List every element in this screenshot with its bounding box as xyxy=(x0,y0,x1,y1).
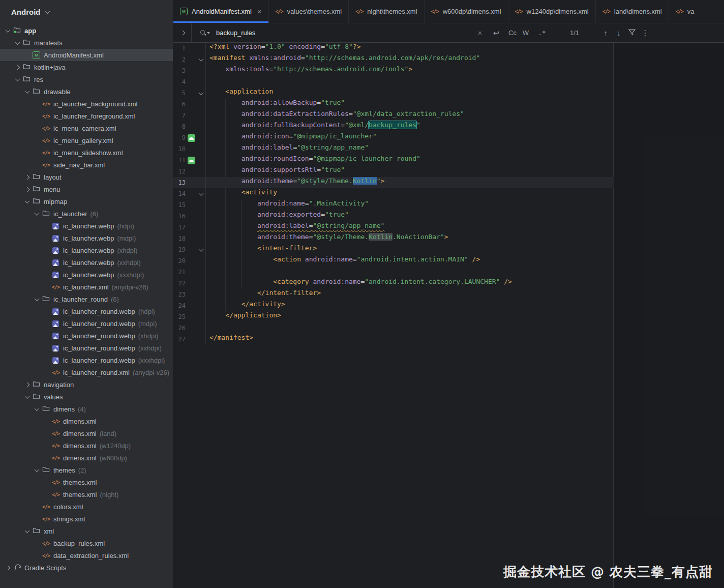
tree-item[interactable]: </>dimens.xml(w1240dp) xyxy=(0,439,173,452)
code-line-18[interactable]: 18 android:theme="@style/Theme.Kotlin.No… xyxy=(173,233,614,244)
code-line-25[interactable]: 25 </application> xyxy=(173,311,614,322)
tree-item[interactable]: </>ic_menu_slideshow.xml xyxy=(0,146,173,159)
tree-item[interactable]: ic_launcher.webp(xhdpi) xyxy=(0,244,173,256)
tree-item[interactable]: menu xyxy=(0,183,173,195)
tree-item[interactable]: </>ic_menu_camera.xml xyxy=(0,122,173,134)
tree-item[interactable]: ic_launcher.webp(mdpi) xyxy=(0,232,173,244)
tree-item[interactable]: Gradle Scripts xyxy=(0,562,173,574)
code-line-13[interactable]: 13 android:theme="@style/Theme.Kotlin"> xyxy=(173,177,614,188)
tree-item[interactable]: drawable xyxy=(0,85,173,98)
match-case-toggle[interactable]: Cc xyxy=(506,29,519,37)
code-line-14[interactable]: 14 <activity xyxy=(173,188,614,199)
code-line-10[interactable]: 10 android:label="@string/app_name" xyxy=(173,143,614,155)
project-view-selector[interactable]: Android xyxy=(0,0,173,23)
tree-item[interactable]: </>ic_launcher_round.xml(anydpi-v26) xyxy=(0,366,173,378)
filter-icon[interactable] xyxy=(625,29,639,37)
tree-item[interactable]: mipmap xyxy=(0,195,173,208)
next-match-button[interactable]: ↓ xyxy=(612,28,625,37)
newline-icon[interactable]: ↩ xyxy=(490,28,503,38)
code-editor[interactable]: 1<?xml version="1.0" encoding="utf-8"?>2… xyxy=(173,43,724,588)
code-line-2[interactable]: 2<manifest xmlns:android="http://schemas… xyxy=(173,54,614,65)
code-line-26[interactable]: 26 xyxy=(173,322,614,334)
tab-w600dp-dimens-xml[interactable]: </>w600dp\dimens.xml xyxy=(425,0,508,23)
tree-item[interactable]: ic_launcher.webp(xxxhdpi) xyxy=(0,269,173,281)
tab-land-dimens-xml[interactable]: </>land\dimens.xml xyxy=(596,0,669,23)
code-line-20[interactable]: 20 <action android:name="android.intent.… xyxy=(173,255,614,267)
tree-item[interactable]: </>backup_rules.xml xyxy=(0,537,173,549)
tree-item[interactable]: </>strings.xml xyxy=(0,513,173,525)
search-icon[interactable] xyxy=(200,30,206,36)
image-file-icon xyxy=(52,223,59,229)
close-tab-icon[interactable]: × xyxy=(257,8,262,15)
tree-item[interactable]: ic_launcher_round.webp(xhdpi) xyxy=(0,330,173,342)
tree-item[interactable]: themes(2) xyxy=(0,464,173,476)
tree-item[interactable]: app xyxy=(0,24,173,37)
code-line-7[interactable]: 7 android:dataExtractionRules="@xml/data… xyxy=(173,110,614,121)
android-icon[interactable] xyxy=(188,134,195,142)
search-expand-icon[interactable] xyxy=(180,31,186,36)
regex-toggle[interactable]: .* xyxy=(535,29,549,37)
tree-item[interactable]: res xyxy=(0,73,173,85)
tree-item[interactable]: </>ic_menu_gallery.xml xyxy=(0,134,173,146)
tree-item[interactable]: kotlin+java xyxy=(0,61,173,73)
code-line-17[interactable]: 17 android:label="@string/app_name" xyxy=(173,222,614,233)
code-line-1[interactable]: 1<?xml version="1.0" encoding="utf-8"?> xyxy=(173,43,614,54)
code-line-3[interactable]: 3 xmlns:tools="http://schemas.android.co… xyxy=(173,65,614,76)
tree-item[interactable]: </>ic_launcher_background.xml xyxy=(0,98,173,110)
tree-item[interactable]: ic_launcher(6) xyxy=(0,208,173,220)
search-input[interactable]: backup_rules xyxy=(216,29,255,37)
tab-va[interactable]: </>va xyxy=(669,0,695,23)
tab-androidmanifest-xml[interactable]: MAndroidManifest.xml× xyxy=(173,0,269,23)
tab-w1240dp-dimens-xml[interactable]: </>w1240dp\dimens.xml xyxy=(508,0,596,23)
previous-match-button[interactable]: ↑ xyxy=(599,28,612,37)
tree-item[interactable]: values xyxy=(0,391,173,403)
tree-item[interactable]: ic_launcher.webp(xxhdpi) xyxy=(0,256,173,269)
more-options-icon[interactable]: ⋮ xyxy=(639,28,652,38)
code-line-8[interactable]: 8 android:fullBackupContent="@xml/backup… xyxy=(173,121,614,132)
code-line-9[interactable]: 9 android:icon="@mipmap/ic_launcher" xyxy=(173,132,614,143)
code-line-23[interactable]: 23 </intent-filter> xyxy=(173,289,614,300)
tree-item[interactable]: </>ic_launcher.xml(anydpi-v26) xyxy=(0,281,173,293)
tree-item[interactable]: </>colors.xml xyxy=(0,501,173,513)
tab-night-themes-xml[interactable]: </>night\themes.xml xyxy=(349,0,424,23)
tree-item[interactable]: xml xyxy=(0,525,173,537)
tree-item[interactable]: </>dimens.xml(w600dp) xyxy=(0,452,173,464)
tree-item[interactable]: ic_launcher_round.webp(xxxhdpi) xyxy=(0,354,173,366)
code-line-12[interactable]: 12 android:supportsRtl="true" xyxy=(173,166,614,177)
tree-item[interactable]: </>themes.xml(night) xyxy=(0,488,173,501)
code-line-11[interactable]: 11 android:roundIcon="@mipmap/ic_launche… xyxy=(173,155,614,166)
code-line-5[interactable]: 5 <application xyxy=(173,87,614,99)
tree-item[interactable]: manifests xyxy=(0,37,173,49)
tree-item[interactable]: </>themes.xml xyxy=(0,476,173,488)
tree-item[interactable]: </>dimens.xml(land) xyxy=(0,427,173,439)
tree-item[interactable]: navigation xyxy=(0,378,173,391)
line-number: 12 xyxy=(173,166,186,177)
tree-item[interactable]: ic_launcher_round.webp(hdpi) xyxy=(0,305,173,317)
tree-item[interactable]: MAndroidManifest.xml xyxy=(0,49,173,61)
image-file-icon xyxy=(52,333,59,339)
tree-item[interactable]: ic_launcher_round.webp(mdpi) xyxy=(0,317,173,330)
tree-item[interactable]: </>dimens.xml xyxy=(0,415,173,427)
tree-item[interactable]: </>data_extraction_rules.xml xyxy=(0,549,173,562)
tree-item[interactable]: ic_launcher_round.webp(xxhdpi) xyxy=(0,342,173,354)
code-line-27[interactable]: 27</manifest> xyxy=(173,334,614,345)
tree-item[interactable]: dimens(4) xyxy=(0,403,173,415)
code-line-4[interactable]: 4 xyxy=(173,76,614,87)
tree-item[interactable]: layout xyxy=(0,171,173,183)
code-line-21[interactable]: 21 xyxy=(173,267,614,278)
code-line-16[interactable]: 16 android:exported="true" xyxy=(173,211,614,222)
tree-item[interactable]: ic_launcher_round(6) xyxy=(0,293,173,305)
android-icon[interactable] xyxy=(188,157,195,164)
code-line-24[interactable]: 24 </activity> xyxy=(173,300,614,311)
code-line-22[interactable]: 22 <category android:name="android.inten… xyxy=(173,278,614,289)
tree-item[interactable]: </>side_nav_bar.xml xyxy=(0,159,173,171)
words-toggle[interactable]: W xyxy=(519,29,532,37)
tab-values-themes-xml[interactable]: </>values\themes.xml xyxy=(269,0,349,23)
code-line-15[interactable]: 15 android:name=".MainActivity" xyxy=(173,199,614,211)
tree-item[interactable]: ic_launcher.webp(hdpi) xyxy=(0,220,173,232)
tree-item[interactable]: </>ic_launcher_foreground.xml xyxy=(0,110,173,122)
code-line-6[interactable]: 6 android:allowBackup="true" xyxy=(173,99,614,110)
clear-search-icon[interactable]: × xyxy=(473,28,487,37)
tree-item-label: dimens.xml xyxy=(63,454,97,462)
code-line-19[interactable]: 19 <intent-filter> xyxy=(173,244,614,255)
